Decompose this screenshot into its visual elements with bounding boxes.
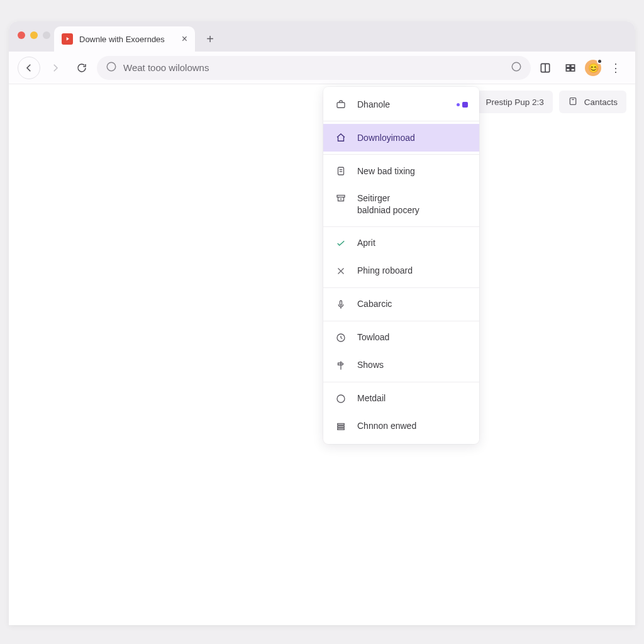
address-right-icon[interactable] bbox=[511, 61, 522, 74]
tab-close-icon[interactable]: × bbox=[182, 34, 187, 44]
archive-icon bbox=[335, 192, 347, 204]
window-close-dot[interactable] bbox=[18, 31, 25, 39]
menu-item-metdail[interactable]: Metdail bbox=[323, 385, 479, 413]
menu-item-label: Chnnon enwed bbox=[357, 420, 468, 432]
overflow-menu-button[interactable]: ⋮ bbox=[605, 57, 626, 79]
svg-rect-16 bbox=[340, 301, 342, 306]
microphone-icon bbox=[335, 299, 347, 310]
toolbar: Weat tooo wilolowns 😊 ⋮ bbox=[9, 52, 635, 84]
chip-contacts-label: Cantacts bbox=[584, 97, 618, 107]
menu-item-label: Towload bbox=[357, 331, 468, 343]
page-content: Prestip Pup 2:3 Cantacts Dhanole bbox=[9, 84, 635, 625]
menu-item-label: Metdail bbox=[357, 392, 468, 404]
menu-item-phing-roboard[interactable]: Phing roboard bbox=[323, 257, 479, 285]
back-button[interactable] bbox=[18, 57, 40, 79]
check-icon bbox=[335, 238, 347, 249]
window-maximize-dot[interactable] bbox=[43, 31, 50, 39]
contacts-icon bbox=[568, 96, 578, 108]
browser-tab[interactable]: Downle with Exoerndes × bbox=[54, 26, 195, 52]
menu-item-aprit[interactable]: Aprit bbox=[323, 230, 479, 257]
stack-icon bbox=[335, 421, 347, 432]
browser-window: Downle with Exoerndes × + Weat tooo wilo… bbox=[9, 21, 635, 625]
tab-strip: Downle with Exoerndes × + bbox=[9, 21, 635, 52]
menu-item-dhanole[interactable]: Dhanole bbox=[323, 91, 479, 118]
profile-avatar[interactable]: 😊 bbox=[585, 60, 601, 76]
menu-item-badge bbox=[457, 102, 468, 108]
svg-rect-4 bbox=[566, 65, 570, 67]
menu-item-cabarcic[interactable]: Cabarcic bbox=[323, 291, 479, 318]
menu-item-label: Shows bbox=[357, 359, 468, 371]
top-chips-row: Prestip Pup 2:3 Cantacts bbox=[477, 91, 626, 113]
new-tab-button[interactable]: + bbox=[201, 30, 219, 48]
clock-icon bbox=[335, 332, 347, 343]
avatar-badge-dot bbox=[597, 58, 602, 64]
chip-contacts[interactable]: Cantacts bbox=[559, 91, 626, 113]
chip-prestip[interactable]: Prestip Pup 2:3 bbox=[477, 91, 552, 113]
window-controls bbox=[18, 31, 50, 39]
menu-item-seitirger[interactable]: Seitirger baldniad pocery bbox=[323, 185, 479, 224]
menu-item-towload[interactable]: Towload bbox=[323, 324, 479, 352]
window-minimize-dot[interactable] bbox=[30, 31, 38, 39]
reader-mode-icon[interactable] bbox=[535, 57, 556, 79]
address-bar[interactable]: Weat tooo wilolowns bbox=[97, 56, 531, 80]
address-text: Weat tooo wilolowns bbox=[123, 62, 504, 73]
menu-item-label: New bad tixing bbox=[357, 165, 468, 177]
home-icon bbox=[335, 132, 347, 143]
briefcase-icon bbox=[335, 99, 347, 110]
menu-item-label: Cabarcic bbox=[357, 298, 468, 310]
site-info-icon[interactable] bbox=[106, 61, 117, 74]
svg-rect-11 bbox=[338, 167, 344, 175]
svg-rect-6 bbox=[566, 68, 570, 70]
document-icon bbox=[335, 165, 347, 177]
menu-item-new-bad-tixing[interactable]: New bad tixing bbox=[323, 157, 479, 185]
svg-rect-14 bbox=[337, 196, 345, 197]
circle-icon bbox=[335, 393, 347, 404]
menu-item-label: Aprit bbox=[357, 237, 468, 249]
svg-point-19 bbox=[337, 395, 345, 402]
menu-item-shows[interactable]: Shows bbox=[323, 352, 479, 379]
menu-item-label: Dhanole bbox=[357, 99, 447, 111]
reload-button[interactable] bbox=[70, 57, 93, 79]
menu-item-label: Seitirger baldniad pocery bbox=[357, 192, 468, 216]
tab-favicon bbox=[62, 33, 73, 45]
svg-point-1 bbox=[512, 62, 521, 71]
menu-item-label: Phing roboard bbox=[357, 265, 468, 277]
svg-rect-7 bbox=[571, 68, 575, 70]
forward-button[interactable] bbox=[44, 57, 67, 79]
signpost-icon bbox=[335, 360, 347, 371]
dropdown-menu: Dhanole Downloyimoad New bad tixing bbox=[323, 87, 479, 444]
chip-prestip-label: Prestip Pup 2:3 bbox=[486, 97, 543, 107]
svg-rect-20 bbox=[338, 423, 345, 425]
svg-rect-21 bbox=[338, 426, 345, 427]
svg-rect-8 bbox=[570, 97, 575, 104]
avatar-emoji: 😊 bbox=[588, 63, 599, 73]
svg-point-0 bbox=[107, 62, 116, 71]
extensions-icon[interactable] bbox=[560, 57, 581, 79]
svg-rect-22 bbox=[338, 428, 345, 430]
menu-item-label: Downloyimoad bbox=[357, 132, 468, 144]
menu-item-downloyimoad[interactable]: Downloyimoad bbox=[323, 124, 479, 152]
x-icon bbox=[335, 265, 347, 277]
menu-item-chnnon-enwed[interactable]: Chnnon enwed bbox=[323, 413, 479, 440]
svg-rect-10 bbox=[337, 103, 345, 108]
svg-rect-5 bbox=[571, 65, 575, 67]
tab-title: Downle with Exoerndes bbox=[79, 35, 175, 44]
